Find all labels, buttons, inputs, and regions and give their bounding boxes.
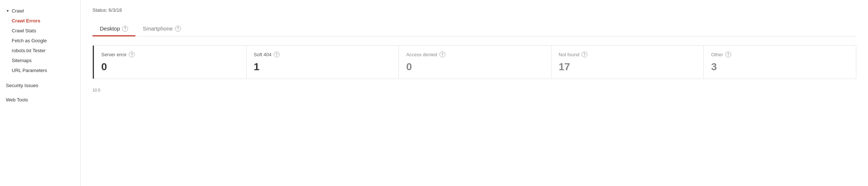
main-content: Status: 6/3/18 Desktop ? Smartphone ? Se… xyxy=(81,0,868,186)
sidebar-item-label: Security Issues xyxy=(6,83,38,88)
sidebar-item-label: Crawl Stats xyxy=(12,28,36,33)
sidebar-item-crawl-errors[interactable]: Crawl Errors xyxy=(0,16,80,26)
tab-desktop-label: Desktop xyxy=(100,25,120,32)
tab-smartphone-label: Smartphone xyxy=(143,25,173,32)
error-card-value: 17 xyxy=(559,61,696,73)
error-card-label: Access denied xyxy=(406,52,437,57)
access-denied-help-icon[interactable]: ? xyxy=(440,51,445,57)
sidebar-item-crawl-stats[interactable]: Crawl Stats xyxy=(0,26,80,36)
sidebar-item-security-issues[interactable]: Security Issues xyxy=(0,80,80,91)
error-card-value: 1 xyxy=(254,61,391,73)
sidebar-item-fetch-as-google[interactable]: Fetch as Google xyxy=(0,36,80,46)
error-card-header: Other ? xyxy=(711,51,849,57)
error-card-not-found[interactable]: Not found ? 17 xyxy=(551,46,704,79)
desktop-help-icon[interactable]: ? xyxy=(122,26,128,32)
error-card-label: Other xyxy=(711,52,723,57)
chart-y-axis-label: 10.0 xyxy=(92,88,856,92)
error-card-value: 3 xyxy=(711,61,849,73)
soft-404-help-icon[interactable]: ? xyxy=(274,51,280,57)
sidebar-item-label: Fetch as Google xyxy=(12,38,47,43)
error-card-header: Soft 404 ? xyxy=(254,51,391,57)
error-card-header: Not found ? xyxy=(559,51,696,57)
sidebar-item-url-parameters[interactable]: URL Parameters xyxy=(0,65,80,75)
tab-smartphone[interactable]: Smartphone ? xyxy=(135,22,188,36)
error-card-other[interactable]: Other ? 3 xyxy=(704,46,856,79)
error-card-header: Access denied ? xyxy=(406,51,544,57)
error-card-header: Server error ? xyxy=(101,51,239,57)
status-text: Status: 6/3/18 xyxy=(92,7,122,13)
error-card-label: Soft 404 xyxy=(254,52,271,57)
sidebar-item-label: robots.txt Tester xyxy=(12,48,45,53)
sidebar-item-web-tools[interactable]: Web Tools xyxy=(0,94,80,105)
status-bar: Status: 6/3/18 xyxy=(92,7,856,13)
tab-desktop[interactable]: Desktop ? xyxy=(92,22,135,36)
sidebar-item-label: Sitemaps xyxy=(12,58,32,63)
error-card-value: 0 xyxy=(101,61,239,73)
error-card-label: Not found xyxy=(559,52,579,57)
other-help-icon[interactable]: ? xyxy=(725,51,731,57)
sidebar-crawl-label: Crawl xyxy=(12,8,24,14)
sidebar: ▼ Crawl Crawl Errors Crawl Stats Fetch a… xyxy=(0,0,81,186)
sidebar-item-label: URL Parameters xyxy=(12,68,47,73)
error-card-label: Server error xyxy=(101,52,127,57)
error-card-server-error[interactable]: Server error ? 0 xyxy=(93,46,247,79)
sidebar-crawl-section[interactable]: ▼ Crawl xyxy=(0,6,80,16)
sidebar-item-sitemaps[interactable]: Sitemaps xyxy=(0,56,80,65)
error-card-access-denied[interactable]: Access denied ? 0 xyxy=(399,46,551,79)
error-card-soft-404[interactable]: Soft 404 ? 1 xyxy=(247,46,399,79)
smartphone-help-icon[interactable]: ? xyxy=(175,26,181,32)
tabs-container: Desktop ? Smartphone ? xyxy=(92,22,856,36)
not-found-help-icon[interactable]: ? xyxy=(581,51,587,57)
sidebar-item-robots-txt-tester[interactable]: robots.txt Tester xyxy=(0,46,80,56)
chevron-down-icon: ▼ xyxy=(6,9,10,13)
error-cards-container: Server error ? 0 Soft 404 ? 1 Access den… xyxy=(92,45,856,79)
error-card-value: 0 xyxy=(406,61,544,73)
server-error-help-icon[interactable]: ? xyxy=(129,51,135,57)
sidebar-item-label: Web Tools xyxy=(6,97,28,103)
sidebar-item-label: Crawl Errors xyxy=(12,18,40,24)
